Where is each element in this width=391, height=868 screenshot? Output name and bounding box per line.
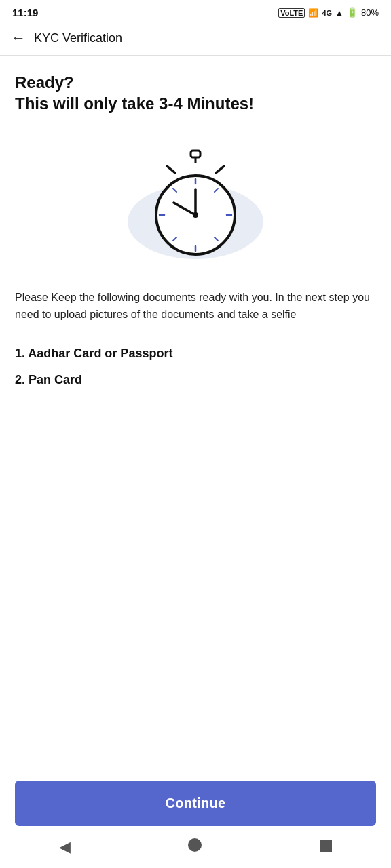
page-title: KYC Verification	[34, 31, 122, 45]
continue-button[interactable]: Continue	[15, 781, 376, 826]
heading-line2: This will only take 3-4 Minutes!	[15, 94, 376, 113]
home-circle-icon	[188, 838, 202, 852]
bottom-nav: ◀	[0, 826, 391, 868]
status-time: 11:19	[12, 7, 38, 18]
heading-line1: Ready?	[15, 72, 376, 93]
svg-rect-0	[191, 151, 200, 157]
home-nav-button[interactable]	[188, 838, 202, 856]
back-triangle-icon: ◀	[59, 838, 71, 855]
battery-percentage: 80%	[361, 7, 379, 18]
status-icons: VoLTE 📶 4G ▲ 🔋 80%	[278, 7, 379, 18]
stopwatch-svg	[141, 147, 250, 259]
svg-line-2	[167, 166, 175, 173]
wifi-icon: 📶	[308, 8, 318, 18]
network-4g-icon: 4G	[322, 9, 332, 17]
nav-bar: ← KYC Verification	[0, 22, 391, 56]
main-content: Ready? This will only take 3-4 Minutes!	[0, 56, 391, 826]
heading-section: Ready? This will only take 3-4 Minutes!	[15, 72, 376, 113]
back-nav-button[interactable]: ◀	[59, 838, 71, 856]
svg-point-15	[193, 212, 198, 218]
status-bar: 11:19 VoLTE 📶 4G ▲ 🔋 80%	[0, 0, 391, 22]
battery-icon: 🔋	[347, 7, 358, 18]
signal-icon: ▲	[335, 8, 343, 18]
description-text: Please Keep the following documents read…	[15, 290, 376, 323]
stopwatch-illustration	[128, 147, 263, 256]
continue-button-area: Continue	[15, 781, 376, 826]
document-item-1: 1. Aadhar Card or Passport	[15, 347, 376, 361]
illustration-container	[15, 147, 376, 256]
back-button[interactable]: ←	[11, 29, 26, 47]
svg-line-3	[216, 166, 224, 173]
volte-icon: VoLTE	[278, 8, 305, 18]
document-list: 1. Aadhar Card or Passport 2. Pan Card	[15, 347, 376, 399]
recents-nav-button[interactable]	[320, 838, 332, 856]
document-item-2: 2. Pan Card	[15, 373, 376, 387]
recents-square-icon	[320, 840, 332, 852]
